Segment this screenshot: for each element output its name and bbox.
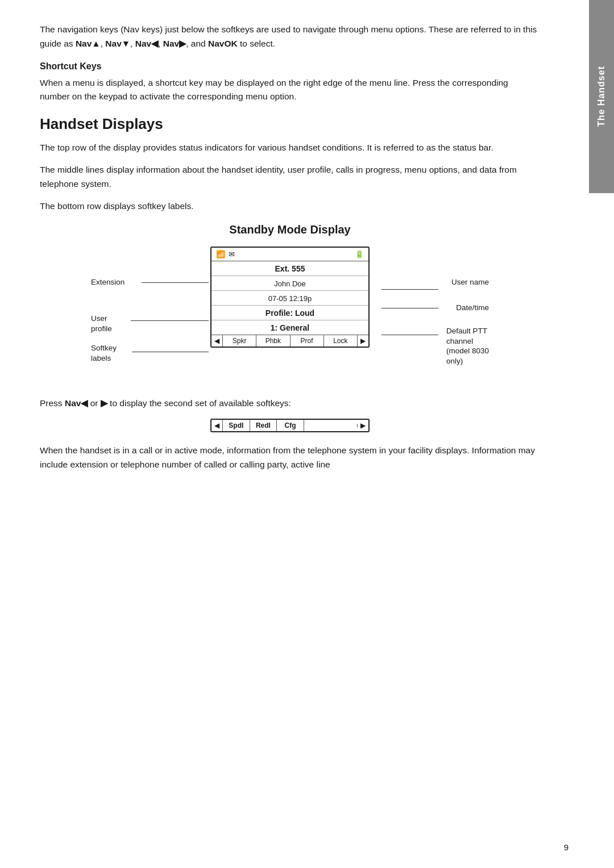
display-datetime-line: 07-05 12:19p	[211, 291, 368, 306]
press-para: Press Nav◀ or ▶ to display the second se…	[40, 397, 540, 411]
display-softkeys-row: ◀ Spkr Phbk Prof Lock ▶	[211, 335, 368, 347]
standby-section: Standby Mode Display Extension User prof…	[40, 223, 540, 383]
display-box: 📶 ✉ 🔋 Ext. 555 John Doe	[210, 247, 370, 348]
display-general: 1: General	[271, 323, 309, 332]
handset-displays-para1: The top row of the display provides stat…	[40, 141, 540, 155]
softkeys2-display: ◀ SpdI RedI Cfg ▶	[210, 419, 370, 432]
datetime-arrow-line	[381, 308, 438, 308]
default-ptt-label: Default PTT channel (model 8030 only)	[446, 326, 489, 366]
softkeys2-redi: RedI	[250, 420, 277, 431]
username-arrow-line	[381, 289, 438, 290]
softkey-labels-label: Softkey labels	[91, 343, 117, 363]
shortcut-para: When a menu is displayed, a shortcut key…	[40, 76, 540, 105]
softkeys2-cfg: Cfg	[277, 420, 304, 431]
display-username: John Doe	[274, 279, 306, 288]
status-icons-left: 📶 ✉	[216, 250, 235, 258]
standby-title: Standby Mode Display	[40, 223, 540, 236]
display-username-line: John Doe	[211, 276, 368, 291]
shortcut-section: Shortcut Keys When a menu is displayed, …	[40, 61, 540, 105]
softkey-arrow-line	[132, 352, 209, 352]
softkey-spkr: Spkr	[223, 335, 256, 347]
sidebar-tab: The Handset	[589, 0, 614, 193]
handset-displays-para2: The middle lines display information abo…	[40, 163, 540, 191]
softkey-right-arrow: ▶	[358, 335, 368, 347]
softkey-left-arrow: ◀	[211, 335, 223, 347]
signal-icon: 📶	[216, 250, 225, 258]
page-number: 9	[564, 842, 569, 852]
display-general-line: 1: General	[211, 320, 368, 335]
extension-arrow-line	[142, 282, 209, 283]
intro-paragraph: The navigation keys (Nav keys) just belo…	[40, 23, 540, 51]
softkey-prof: Prof	[291, 335, 324, 347]
softkeys2-right-arrow: ▶	[358, 420, 368, 431]
softkey-lock: Lock	[324, 335, 358, 347]
extension-label: Extension	[91, 278, 125, 286]
softkeys2-left-arrow: ◀	[211, 420, 223, 431]
softkeys2-empty	[304, 424, 358, 427]
softkeys2-spdi: SpdI	[223, 420, 250, 431]
ptt-arrow-line	[381, 335, 438, 335]
datetime-label: Date/time	[456, 303, 489, 312]
display-ext-line: Ext. 555	[211, 261, 368, 276]
shortcut-heading: Shortcut Keys	[40, 61, 540, 72]
handset-displays-heading: Handset Displays	[40, 115, 540, 133]
user-name-label: User name	[451, 278, 489, 286]
display-datetime: 07-05 12:19p	[268, 294, 312, 303]
user-profile-label: User profile	[91, 314, 112, 333]
sidebar-tab-label: The Handset	[596, 66, 607, 127]
display-profile: Profile: Loud	[265, 308, 314, 318]
user-profile-arrow-line	[131, 320, 209, 321]
final-para: When the handset is in a call or in acti…	[40, 444, 540, 472]
msg-icon: ✉	[229, 250, 235, 258]
display-ext: Ext. 555	[275, 264, 305, 273]
softkey-phbk: Phbk	[256, 335, 290, 347]
display-profile-line: Profile: Loud	[211, 306, 368, 320]
battery-icon: 🔋	[355, 250, 364, 258]
handset-displays-para3: The bottom row displays softkey labels.	[40, 199, 540, 214]
